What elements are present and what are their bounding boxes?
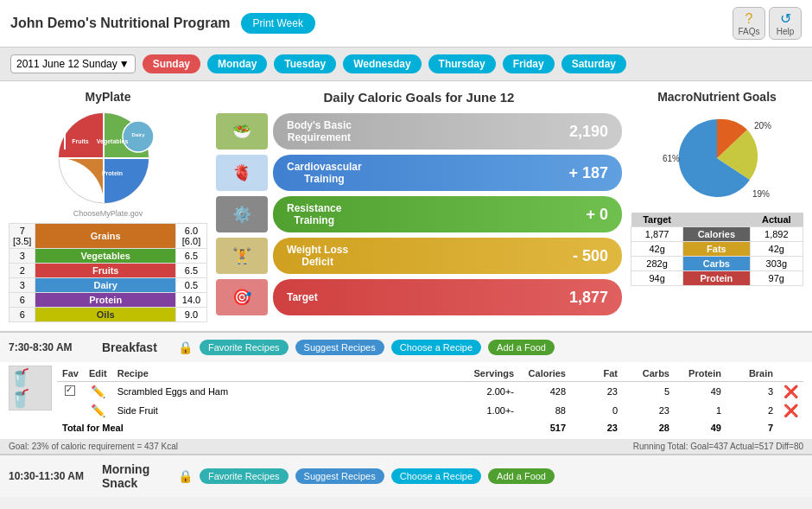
snack-choose-recipe-button[interactable]: Choose a Recipe bbox=[391, 468, 481, 484]
day-tuesday[interactable]: Tuesday bbox=[274, 54, 336, 73]
macro-panel: MacroNutrient Goals 61% 20% 19% Target bbox=[631, 90, 803, 322]
macro-cal-target: 1,877 bbox=[631, 227, 683, 242]
macro-carb-actual: 303g bbox=[750, 257, 802, 271]
macro-table: Target Actual 1,877 Calories 1,892 42g F… bbox=[631, 213, 803, 286]
edit-icon-1[interactable]: ✏️ bbox=[91, 385, 105, 398]
delete-icon-1[interactable]: ❌ bbox=[783, 385, 798, 398]
target-header: Target bbox=[631, 213, 683, 227]
resistance-label: ResistanceTraining bbox=[287, 202, 341, 227]
food1-calories: 428 bbox=[519, 382, 571, 402]
food1-servings: 2.00+- bbox=[467, 382, 519, 402]
macro-prot-label: Protein bbox=[683, 271, 750, 286]
weightloss-icon: 🏋️ bbox=[216, 238, 268, 274]
macro-fats-row: 42g Fats 42g bbox=[631, 242, 803, 257]
breakfast-goal-left: Goal: 23% of caloric requirement = 437 K… bbox=[9, 442, 178, 451]
food1-carbs: 5 bbox=[623, 382, 675, 402]
breakfast-goal-row: Goal: 23% of caloric requirement = 437 K… bbox=[0, 439, 812, 454]
breakfast-food-area: Fav Edit Recipe Servings Calories Fat Ca… bbox=[57, 366, 803, 436]
food2-protein: 1 bbox=[675, 401, 726, 420]
food2-edit[interactable]: ✏️ bbox=[84, 401, 112, 420]
faq-label: FAQs bbox=[738, 27, 759, 36]
fruits-actual: 6.5 bbox=[176, 264, 207, 278]
weightloss-label: Weight LossDeficit bbox=[287, 244, 348, 269]
resistance-bar: ResistanceTraining + 0 bbox=[273, 196, 622, 232]
food1-delete[interactable]: ❌ bbox=[778, 382, 803, 402]
food1-edit[interactable]: ✏️ bbox=[84, 382, 112, 402]
basic-requirement-value: 2,190 bbox=[569, 123, 608, 141]
snack-lock-icon: 🔒 bbox=[178, 469, 193, 483]
recipe-header: Recipe bbox=[112, 366, 467, 382]
total-calories: 517 bbox=[519, 420, 571, 436]
total-fat: 23 bbox=[571, 420, 623, 436]
cardio-bar: CardiovascularTraining + 187 bbox=[273, 155, 622, 191]
day-friday[interactable]: Friday bbox=[503, 54, 555, 73]
dairy-label: Dairy bbox=[35, 278, 176, 293]
delete-icon-2[interactable]: ❌ bbox=[783, 404, 798, 417]
faq-button[interactable]: ? FAQs bbox=[733, 7, 765, 40]
day-monday[interactable]: Monday bbox=[207, 54, 267, 73]
food-groups-table: 7 [3.5] Grains 6.0 [6.0] 3 Vegetables 6.… bbox=[9, 223, 207, 322]
caloric-row-resistance: ⚙️ ResistanceTraining + 0 bbox=[216, 196, 622, 232]
dairy-actual: 0.5 bbox=[176, 278, 207, 293]
caloric-row-weightloss: 🏋️ Weight LossDeficit - 500 bbox=[216, 238, 622, 274]
day-thursday[interactable]: Thursday bbox=[428, 54, 496, 73]
snack-favorite-recipes-button[interactable]: Favorite Recipes bbox=[200, 468, 289, 484]
snack-add-food-button[interactable]: Add a Food bbox=[488, 468, 555, 484]
snack-suggest-recipes-button[interactable]: Suggest Recipes bbox=[295, 468, 384, 484]
edit-header: Edit bbox=[84, 366, 112, 382]
food2-name: Side Fruit bbox=[112, 401, 467, 420]
oils-target: 6 bbox=[10, 308, 35, 322]
macro-fat-target: 42g bbox=[631, 242, 683, 257]
help-label: Help bbox=[777, 27, 795, 36]
resistance-value: + 0 bbox=[586, 206, 608, 224]
food1-fat: 23 bbox=[571, 382, 623, 402]
breakfast-col-headers: Fav Edit Recipe Servings Calories Fat Ca… bbox=[57, 366, 803, 382]
breakfast-table: Fav Edit Recipe Servings Calories Fat Ca… bbox=[57, 366, 803, 436]
basic-requirement-icon: 🥗 bbox=[216, 113, 268, 150]
food1-protein: 49 bbox=[675, 382, 726, 402]
dairy-target: 3 bbox=[10, 278, 35, 293]
food2-delete[interactable]: ❌ bbox=[778, 401, 803, 420]
myplate-title: MyPlate bbox=[9, 90, 207, 104]
edit-icon-2[interactable]: ✏️ bbox=[91, 404, 105, 417]
lock-icon: 🔒 bbox=[178, 340, 193, 354]
date-selector[interactable]: 2011 June 12 Sunday ▼ bbox=[10, 54, 136, 73]
suggest-recipes-button[interactable]: Suggest Recipes bbox=[295, 340, 384, 355]
total-servings bbox=[467, 420, 519, 436]
fav-checkbox-1[interactable] bbox=[65, 385, 75, 396]
day-saturday[interactable]: Saturday bbox=[561, 54, 626, 73]
food2-calories: 88 bbox=[519, 401, 571, 420]
svg-text:Protein: Protein bbox=[102, 170, 123, 176]
breakfast-meal: 7:30-8:30 AM Breakfast 🔒 Favorite Recipe… bbox=[0, 331, 812, 454]
food1-brain: 3 bbox=[726, 382, 778, 402]
breakfast-time: 7:30-8:30 AM bbox=[9, 341, 95, 353]
svg-text:Dairy: Dairy bbox=[131, 132, 145, 137]
help-button[interactable]: ↺ Help bbox=[769, 7, 802, 40]
actual-header: Actual bbox=[750, 213, 802, 227]
macro-header-row: Target Actual bbox=[631, 213, 803, 227]
print-week-button[interactable]: Print Week bbox=[241, 13, 315, 34]
favorite-recipes-button[interactable]: Favorite Recipes bbox=[200, 340, 289, 355]
app-header: John Demo's Nutritional Program Print We… bbox=[0, 0, 812, 48]
day-wednesday[interactable]: Wednesday bbox=[343, 54, 421, 73]
pie-label-19: 19% bbox=[752, 189, 770, 199]
delete-header bbox=[778, 366, 803, 382]
macro-title: MacroNutrient Goals bbox=[631, 90, 803, 104]
add-food-button[interactable]: Add a Food bbox=[488, 340, 555, 355]
pie-label-61: 61% bbox=[663, 154, 680, 163]
grains-target: 7 [3.5] bbox=[10, 224, 35, 249]
macro-prot-target: 94g bbox=[631, 271, 683, 286]
morning-snack-meal: 10:30-11:30 AM Morning Snack 🔒 Favorite … bbox=[0, 454, 812, 497]
myplate-panel: MyPlate Fruit bbox=[9, 90, 207, 322]
breakfast-header: 7:30-8:30 AM Breakfast 🔒 Favorite Recipe… bbox=[0, 333, 812, 362]
oils-row: 6 Oils 9.0 bbox=[10, 308, 207, 322]
day-sunday[interactable]: Sunday bbox=[143, 54, 200, 73]
total-carbs: 28 bbox=[623, 420, 675, 436]
dropdown-icon: ▼ bbox=[119, 58, 130, 70]
food2-brain: 2 bbox=[726, 401, 778, 420]
choose-recipe-button[interactable]: Choose a Recipe bbox=[391, 340, 481, 355]
fruits-row: 2 Fruits 6.5 bbox=[10, 264, 207, 278]
caloric-panel: Daily Caloric Goals for June 12 🥗 Body's… bbox=[216, 90, 622, 322]
veggies-actual: 6.5 bbox=[176, 249, 207, 264]
morning-snack-name: Morning Snack bbox=[102, 462, 171, 490]
